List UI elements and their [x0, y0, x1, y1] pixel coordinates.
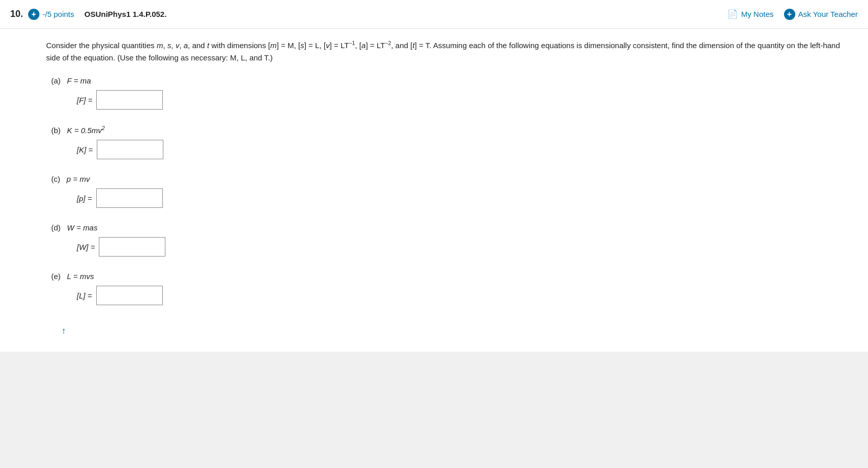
part-a-bracket: [F] =: [77, 96, 92, 104]
ask-teacher-icon: +: [784, 9, 795, 20]
var-v: v: [176, 41, 180, 50]
part-a-label: (a) F = ma: [51, 76, 848, 85]
problem-id: OSUniPhys1 1.4.P.052.: [84, 10, 727, 18]
part-d-label: (d) W = mas: [51, 223, 848, 232]
part-e-label: (e) L = mvs: [51, 272, 848, 281]
part-b-label: (b) K = 0.5mv2: [51, 125, 848, 135]
part-c-section: (c) p = mv [p] =: [46, 175, 848, 208]
part-b-section: (b) K = 0.5mv2 [K] =: [46, 125, 848, 159]
part-b-input[interactable]: [97, 140, 163, 159]
part-c-input-row: [p] =: [77, 188, 848, 208]
footer-area: ↑: [46, 321, 848, 342]
header-actions: 📄 My Notes + Ask Your Teacher: [727, 9, 858, 20]
main-layout: Consider the physical quantities m, s, v…: [0, 29, 868, 352]
add-points-icon[interactable]: +: [28, 9, 39, 20]
part-e-equation: L = mvs: [67, 272, 94, 281]
problem-description: Consider the physical quantities m, s, v…: [46, 39, 848, 64]
part-e-input[interactable]: [96, 286, 163, 305]
my-notes-label: My Notes: [741, 10, 773, 18]
points-label: -/5 points: [43, 10, 74, 18]
var-s: s: [167, 41, 172, 50]
part-b-input-row: [K] =: [77, 140, 848, 159]
var-m: m: [157, 41, 163, 50]
part-a-input[interactable]: [96, 90, 163, 110]
scroll-up-arrow[interactable]: ↑: [46, 321, 81, 342]
part-c-equation: p = mv: [67, 175, 90, 183]
part-e-input-row: [L] =: [77, 286, 848, 305]
part-e-bracket: [L] =: [77, 291, 92, 300]
ask-teacher-label: Ask Your Teacher: [798, 10, 858, 18]
side-bar: [0, 29, 31, 352]
part-d-equation: W = mas: [67, 223, 98, 232]
part-a-section: (a) F = ma [F] =: [46, 76, 848, 110]
part-a-input-row: [F] =: [77, 90, 848, 110]
part-d-input[interactable]: [99, 237, 165, 257]
question-number: 10.: [10, 9, 23, 19]
part-d-input-row: [W] =: [77, 237, 848, 257]
part-c-bracket: [p] =: [77, 194, 92, 203]
my-notes-button[interactable]: 📄 My Notes: [727, 9, 773, 19]
part-d-bracket: [W] =: [77, 243, 95, 251]
part-b-bracket: [K] =: [77, 145, 93, 154]
part-c-label: (c) p = mv: [51, 175, 848, 183]
notes-icon: 📄: [727, 9, 738, 19]
var-a: a: [184, 41, 188, 50]
var-t: t: [207, 41, 209, 50]
ask-teacher-button[interactable]: + Ask Your Teacher: [784, 9, 858, 20]
part-d-section: (d) W = mas [W] =: [46, 223, 848, 257]
part-b-equation: K = 0.5mv2: [67, 126, 105, 135]
page-container: 10. + -/5 points OSUniPhys1 1.4.P.052. 📄…: [0, 0, 868, 468]
question-header: 10. + -/5 points OSUniPhys1 1.4.P.052. 📄…: [0, 0, 868, 29]
content-area: Consider the physical quantities m, s, v…: [31, 29, 868, 352]
part-a-equation: F = ma: [67, 76, 91, 85]
part-c-input[interactable]: [96, 188, 163, 208]
part-e-section: (e) L = mvs [L] =: [46, 272, 848, 305]
